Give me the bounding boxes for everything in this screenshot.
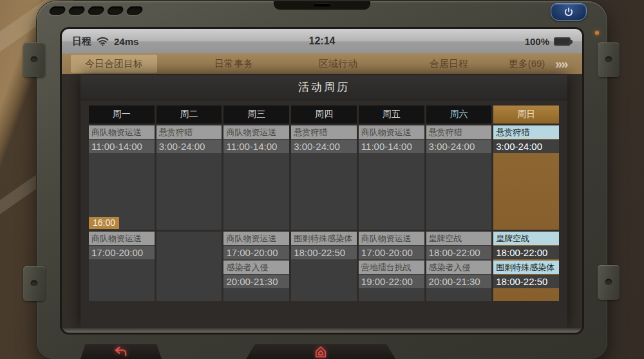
frame-latch bbox=[598, 42, 620, 77]
event-block[interactable]: 商队物资运送 11:00-14:00 bbox=[223, 125, 289, 153]
home-button[interactable] bbox=[246, 344, 395, 359]
weekly-calendar-dialog: 活动周历 周一 周二 周三 周四 周五 周六 周日 bbox=[80, 75, 567, 328]
power-icon bbox=[563, 6, 574, 18]
calendar-cell: 悬赏狩猎 3:00-24:00 bbox=[291, 125, 357, 230]
event-title: 商队物资运送 bbox=[359, 232, 424, 245]
event-title: 皇牌空战 bbox=[493, 232, 559, 245]
tab-daily-tasks[interactable]: 日常事务 bbox=[198, 55, 269, 73]
event-time: 11:00-14:00 bbox=[89, 140, 155, 153]
speaker-notch bbox=[274, 1, 370, 10]
event-block[interactable]: 商队物资运送 17:00-20:00 bbox=[89, 232, 155, 259]
event-title: 悬赏狩猎 bbox=[291, 125, 357, 139]
tablet-frame: 日程 24ms 12:14 100% 今日合团目标 日常事务 区域行动 合居日程… bbox=[37, 1, 607, 359]
calendar-cell bbox=[156, 232, 222, 301]
event-block[interactable]: 营地擂台挑战 19:00-22:00 bbox=[359, 261, 424, 288]
event-time: 3:00-24:00 bbox=[156, 140, 222, 153]
day-column-mon: 商队物资运送 11:00-14:00 16:00 商队物资运送 17:00-20… bbox=[89, 125, 155, 301]
calendar-cell: 商队物资运送 17:00-20:00 营地擂台挑战 19:00-22:00 bbox=[359, 232, 424, 301]
event-time: 20:00-21:30 bbox=[426, 275, 492, 288]
event-block[interactable]: 悬赏狩猎 3:00-24:00 bbox=[426, 125, 492, 153]
calendar-cell: 商队物资运送 11:00-14:00 bbox=[223, 125, 289, 230]
event-title: 围剿特殊感染体 bbox=[493, 261, 559, 274]
battery-icon bbox=[554, 37, 571, 46]
frame-latch bbox=[23, 266, 45, 301]
event-block[interactable]: 感染者入侵 20:00-21:30 bbox=[223, 261, 289, 288]
calendar-cell: 皇牌空战 18:00-22:00 感染者入侵 20:00-21:30 bbox=[426, 232, 492, 301]
event-time: 18:00-22:50 bbox=[291, 246, 357, 259]
vent-slots bbox=[50, 6, 142, 15]
event-title: 悬赏狩猎 bbox=[493, 125, 559, 139]
event-title: 商队物资运送 bbox=[89, 232, 155, 245]
day-column-sun: 悬赏狩猎 3:00-24:00 皇牌空战 18:00-22:00 bbox=[493, 125, 559, 301]
event-block[interactable]: 商队物资运送 17:00-20:00 bbox=[223, 232, 289, 259]
calendar-cell: 悬赏狩猎 3:00-24:00 bbox=[156, 125, 222, 230]
event-block[interactable]: 商队物资运送 11:00-14:00 bbox=[359, 125, 424, 153]
event-time: 17:00-20:00 bbox=[223, 246, 289, 259]
calendar-cell: 悬赏狩猎 3:00-24:00 bbox=[493, 125, 559, 230]
event-block[interactable]: 皇牌空战 18:00-22:00 bbox=[493, 232, 559, 259]
event-block[interactable]: 感染者入侵 20:00-21:30 bbox=[426, 261, 492, 288]
tablet-screen: 日程 24ms 12:14 100% 今日合团目标 日常事务 区域行动 合居日程… bbox=[60, 27, 584, 335]
event-title: 营地擂台挑战 bbox=[359, 261, 424, 274]
day-header-thu[interactable]: 周四 bbox=[291, 106, 357, 124]
screen-bottom-chrome bbox=[62, 328, 582, 335]
day-column-thu: 悬赏狩猎 3:00-24:00 围剿特殊感染体 18:00-22:50 bbox=[291, 125, 357, 301]
event-time: 11:00-14:00 bbox=[359, 140, 424, 153]
event-time: 3:00-24:00 bbox=[493, 140, 559, 153]
calendar-cell: 悬赏狩猎 3:00-24:00 bbox=[426, 125, 492, 230]
speaker-grille bbox=[314, 3, 330, 6]
back-button[interactable] bbox=[80, 344, 162, 359]
status-led bbox=[595, 31, 599, 35]
power-button[interactable] bbox=[551, 3, 587, 21]
status-bar: 日程 24ms 12:14 100% bbox=[62, 29, 582, 53]
day-header-mon[interactable]: 周一 bbox=[89, 106, 155, 124]
event-time: 3:00-24:00 bbox=[426, 140, 492, 153]
event-title: 商队物资运送 bbox=[223, 232, 289, 245]
event-block[interactable]: 围剿特殊感染体 18:00-22:50 bbox=[493, 261, 559, 288]
tab-area-actions[interactable]: 区域行动 bbox=[303, 55, 374, 73]
calendar-cell: 商队物资运送 11:00-14:00 16:00 bbox=[89, 125, 155, 230]
event-block[interactable]: 悬赏狩猎 3:00-24:00 bbox=[493, 125, 559, 153]
dialog-title: 活动周历 bbox=[80, 75, 567, 100]
event-block[interactable]: 悬赏狩猎 3:00-24:00 bbox=[291, 125, 357, 153]
event-block[interactable]: 围剿特殊感染体 18:00-22:50 bbox=[291, 232, 357, 259]
more-tabs-arrow-icon[interactable]: »» bbox=[555, 54, 567, 73]
tab-bar: 今日合团目标 日常事务 区域行动 合居日程 更多(69) »» bbox=[62, 53, 582, 74]
calendar-cell: 商队物资运送 11:00-14:00 bbox=[359, 125, 424, 230]
calendar-cell: 商队物资运送 17:00-20:00 感染者入侵 20:00-21:30 bbox=[223, 232, 289, 301]
calendar-table: 周一 周二 周三 周四 周五 周六 周日 商队物资运送 bbox=[89, 106, 559, 301]
event-block[interactable]: 皇牌空战 18:00-22:00 bbox=[426, 232, 492, 259]
clock: 12:14 bbox=[62, 35, 582, 47]
tab-more[interactable]: 更多(69) bbox=[495, 55, 559, 73]
event-title: 感染者入侵 bbox=[223, 261, 289, 274]
event-time: 17:00-20:00 bbox=[359, 246, 424, 259]
day-header-wed[interactable]: 周三 bbox=[223, 106, 289, 124]
event-title: 皇牌空战 bbox=[426, 232, 492, 245]
day-header-sat[interactable]: 周六 bbox=[426, 106, 492, 124]
event-time: 17:00-20:00 bbox=[89, 246, 155, 259]
frame-latch bbox=[598, 265, 620, 300]
tab-coliving-schedule[interactable]: 合居日程 bbox=[413, 55, 484, 73]
day-column-fri: 商队物资运送 11:00-14:00 商队物资运送 17:00-20:00 bbox=[359, 125, 424, 301]
event-time: 3:00-24:00 bbox=[291, 140, 357, 153]
event-time: 18:00-22:50 bbox=[493, 275, 559, 288]
day-header-sun[interactable]: 周日 bbox=[493, 106, 559, 124]
current-time-marker: 16:00 bbox=[89, 217, 119, 229]
event-block[interactable]: 商队物资运送 11:00-14:00 bbox=[89, 125, 155, 153]
back-arrow-icon bbox=[114, 346, 128, 358]
screw-icon bbox=[31, 281, 38, 288]
day-header-tue[interactable]: 周二 bbox=[156, 106, 222, 124]
event-time: 18:00-22:00 bbox=[493, 246, 559, 259]
day-header-fri[interactable]: 周五 bbox=[359, 106, 424, 124]
event-block[interactable]: 悬赏狩猎 3:00-24:00 bbox=[156, 125, 222, 153]
calendar-cell: 商队物资运送 17:00-20:00 bbox=[89, 232, 155, 301]
calendar-body: 商队物资运送 11:00-14:00 16:00 商队物资运送 17:00-20… bbox=[89, 125, 559, 301]
weekday-header-row: 周一 周二 周三 周四 周五 周六 周日 bbox=[89, 106, 559, 124]
event-title: 商队物资运送 bbox=[89, 125, 155, 139]
tab-today-goals[interactable]: 今日合团目标 bbox=[71, 55, 157, 73]
event-title: 悬赏狩猎 bbox=[426, 125, 492, 139]
event-time: 19:00-22:00 bbox=[359, 275, 424, 288]
event-time: 11:00-14:00 bbox=[223, 140, 289, 153]
event-block[interactable]: 商队物资运送 17:00-20:00 bbox=[359, 232, 424, 259]
event-title: 商队物资运送 bbox=[223, 125, 289, 139]
